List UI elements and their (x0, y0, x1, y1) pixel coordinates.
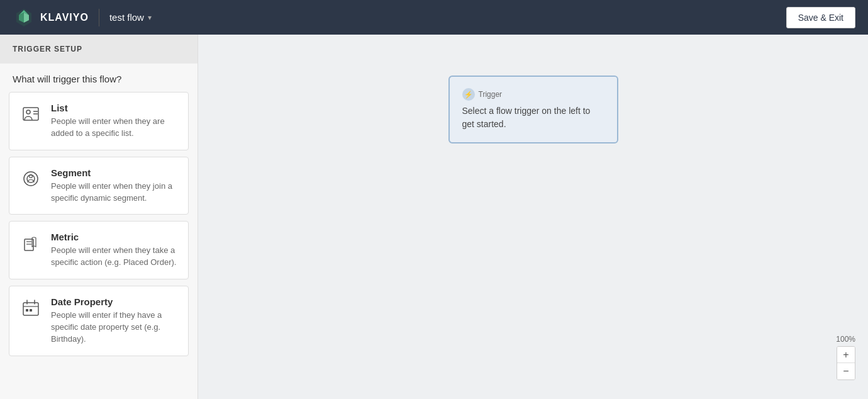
header-left: KLAVIYO test flow ▾ (13, 6, 152, 29)
logo-text: KLAVIYO (40, 12, 89, 23)
date-property-trigger-desc: People will enter if they have a specifi… (51, 310, 178, 346)
segment-trigger-desc: People will enter when they join a speci… (51, 181, 178, 205)
flow-name-chevron-icon: ▾ (148, 13, 152, 22)
main-layout: TRIGGER SETUP What will trigger this flo… (0, 35, 868, 399)
canvas-trigger-label-text: Trigger (479, 90, 503, 99)
app-header: KLAVIYO test flow ▾ Save & Exit (0, 0, 868, 35)
canvas-trigger-card: ⚡ Trigger Select a flow trigger on the l… (448, 76, 618, 143)
logo-area: KLAVIYO (13, 6, 89, 29)
trigger-card-date-property[interactable]: Date Property People will enter if they … (9, 286, 189, 356)
list-trigger-desc: People will enter when they are added to… (51, 116, 178, 140)
list-trigger-icon (19, 103, 42, 125)
date-property-trigger-title: Date Property (51, 296, 178, 307)
date-property-trigger-icon (19, 296, 42, 319)
svg-rect-15 (30, 309, 32, 312)
sidebar-section-title: TRIGGER SETUP (0, 35, 198, 64)
segment-trigger-title: Segment (51, 167, 178, 178)
svg-rect-14 (26, 309, 28, 312)
flow-name-area[interactable]: test flow ▾ (109, 12, 152, 23)
canvas-trigger-instructions: Select a flow trigger on the left to get… (462, 104, 604, 131)
sidebar: TRIGGER SETUP What will trigger this flo… (0, 35, 198, 399)
segment-trigger-info: Segment People will enter when they join… (51, 167, 178, 205)
svg-point-1 (26, 110, 30, 114)
zoom-button-group: + − (837, 346, 855, 380)
flow-canvas: ⚡ Trigger Select a flow trigger on the l… (198, 35, 868, 399)
sidebar-question: What will trigger this flow? (0, 64, 198, 92)
svg-point-4 (24, 172, 38, 186)
list-trigger-title: List (51, 103, 178, 113)
zoom-level-label: 100% (836, 335, 855, 344)
metric-trigger-title: Metric (51, 232, 178, 242)
klaviyo-logo-icon (13, 6, 35, 29)
zoom-out-button[interactable]: − (837, 363, 855, 379)
zoom-controls: 100% + − (836, 335, 855, 380)
save-exit-button[interactable]: Save & Exit (786, 7, 855, 28)
canvas-trigger-label-area: ⚡ Trigger (462, 88, 604, 101)
list-trigger-info: List People will enter when they are add… (51, 103, 178, 140)
trigger-card-segment[interactable]: Segment People will enter when they join… (9, 157, 189, 215)
metric-trigger-icon (19, 232, 42, 254)
metric-trigger-desc: People will enter when they take a speci… (51, 245, 178, 269)
header-divider (99, 9, 99, 26)
trigger-cards-list: List People will enter when they are add… (0, 92, 198, 369)
flow-name: test flow (109, 12, 144, 23)
zoom-in-button[interactable]: + (837, 347, 855, 363)
lightning-icon: ⚡ (462, 88, 475, 101)
segment-trigger-icon (19, 167, 42, 190)
date-property-trigger-info: Date Property People will enter if they … (51, 296, 178, 346)
trigger-card-list[interactable]: List People will enter when they are add… (9, 92, 189, 150)
metric-trigger-info: Metric People will enter when they take … (51, 232, 178, 269)
trigger-card-metric[interactable]: Metric People will enter when they take … (9, 221, 189, 279)
